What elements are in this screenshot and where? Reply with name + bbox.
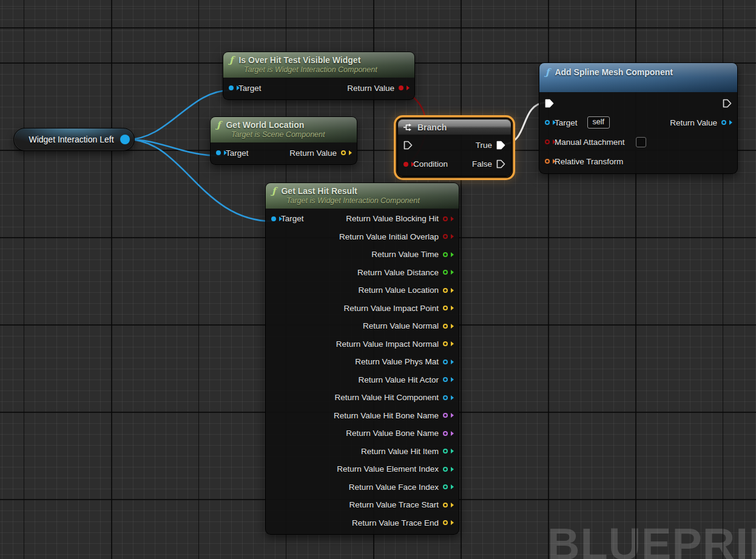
output-pin[interactable] bbox=[443, 341, 448, 346]
pin-row: Manual Attachment bbox=[539, 132, 737, 152]
pin-label: Return Value Trace Start bbox=[349, 500, 439, 509]
manual-attachment-input-pin[interactable] bbox=[545, 139, 550, 144]
pin-label: Return Value bbox=[289, 149, 337, 158]
pin-label: Return Value Distance bbox=[357, 268, 439, 277]
pin-row: Relative Transform bbox=[539, 152, 737, 171]
node-add-spline-mesh-component[interactable]: ƒ Add Spline Mesh Component Target self bbox=[539, 62, 738, 174]
node-subtitle: Target is Widget Interaction Component bbox=[286, 196, 453, 205]
target-input-pin[interactable] bbox=[545, 120, 550, 125]
pin-row: Return Value Bone Name bbox=[266, 424, 459, 443]
function-icon: ƒ bbox=[545, 68, 549, 77]
output-pin[interactable] bbox=[443, 360, 448, 364]
node-header[interactable]: ƒ Add Spline Mesh Component bbox=[539, 63, 737, 92]
pin-label: False bbox=[472, 159, 492, 169]
output-pin[interactable] bbox=[443, 252, 448, 257]
pin-label: Target bbox=[281, 214, 304, 223]
output-pin[interactable] bbox=[443, 503, 448, 507]
condition-input-pin[interactable] bbox=[403, 162, 408, 167]
blueprint-graph-canvas[interactable]: BLUEPRINT Widget Interaction Left ƒ Is O… bbox=[0, 0, 756, 559]
return-value-output-pin[interactable] bbox=[721, 120, 726, 125]
output-pin[interactable] bbox=[443, 288, 448, 293]
pin-label: Return Value Face Index bbox=[349, 483, 439, 492]
node-header[interactable]: ƒ Get Last Hit Result Target is Widget I… bbox=[266, 183, 459, 209]
output-pin[interactable] bbox=[443, 449, 448, 454]
output-pin[interactable] bbox=[443, 270, 448, 275]
output-pin[interactable] bbox=[443, 306, 448, 310]
output-pin[interactable] bbox=[443, 484, 448, 489]
pin-row: Target Return Value bbox=[211, 144, 357, 162]
pin-label: Return Value Trace End bbox=[352, 518, 439, 527]
output-pin[interactable] bbox=[443, 377, 448, 382]
output-pin[interactable] bbox=[443, 216, 448, 221]
pin-label: Return Value Phys Mat bbox=[355, 357, 439, 366]
manual-attachment-checkbox[interactable] bbox=[636, 137, 646, 147]
node-title: Get World Location bbox=[226, 120, 304, 130]
output-pin[interactable] bbox=[443, 520, 448, 525]
pin-row: Return Value Trace End bbox=[266, 514, 459, 532]
pin-row: Return Value Element Index bbox=[266, 460, 459, 478]
node-header[interactable]: Branch bbox=[398, 119, 511, 135]
node-header[interactable]: ƒ Is Over Hit Test Visible Widget Target… bbox=[223, 52, 414, 78]
output-pin[interactable] bbox=[443, 467, 448, 472]
output-pin[interactable] bbox=[443, 234, 448, 239]
exec-input-pin[interactable] bbox=[403, 141, 413, 150]
pin-row: Target Return Value bbox=[223, 79, 414, 97]
node-get-last-hit-result[interactable]: ƒ Get Last Hit Result Target is Widget I… bbox=[265, 182, 459, 535]
node-title: Get Last Hit Result bbox=[281, 186, 357, 196]
node-is-over-hit-test-visible-widget[interactable]: ƒ Is Over Hit Test Visible Widget Target… bbox=[223, 52, 415, 100]
output-pin-widget-interaction[interactable] bbox=[120, 135, 130, 144]
node-get-world-location[interactable]: ƒ Get World Location Target is Scene Com… bbox=[210, 116, 357, 165]
pin-label: Return Value Normal bbox=[363, 321, 439, 330]
pin-label: Return Value Element Index bbox=[337, 464, 439, 474]
pin-label: Return Value Location bbox=[358, 286, 439, 295]
pin-label: Return Value bbox=[670, 118, 717, 127]
node-header[interactable]: ƒ Get World Location Target is Scene Com… bbox=[211, 117, 357, 142]
false-exec-output-pin[interactable] bbox=[496, 159, 505, 169]
pin-row: Return Value Hit Component bbox=[266, 389, 459, 407]
function-icon: ƒ bbox=[272, 187, 275, 196]
pin-label: Return Value Hit Bone Name bbox=[334, 411, 439, 420]
pin-row: Return Value Hit Bone Name bbox=[266, 407, 459, 425]
pin-row: True bbox=[398, 136, 511, 155]
pin-label: Target bbox=[238, 84, 262, 93]
pin-label: Return Value Hit Item bbox=[361, 447, 439, 456]
node-title: Branch bbox=[417, 122, 447, 132]
pin-row: Target self Return Value bbox=[539, 113, 737, 132]
function-icon: ƒ bbox=[217, 121, 220, 130]
return-value-output-pin[interactable] bbox=[399, 85, 403, 90]
pin-row: Return Value Phys Mat bbox=[266, 353, 459, 371]
output-pin[interactable] bbox=[443, 413, 448, 418]
function-icon: ƒ bbox=[229, 56, 233, 65]
pin-label: Relative Transform bbox=[555, 157, 623, 166]
pin-label: Return Value Initial Overlap bbox=[339, 232, 439, 241]
pin-row: Return Value Face Index bbox=[266, 478, 459, 497]
target-default-value[interactable]: self bbox=[587, 116, 610, 129]
pin-label: Manual Attachment bbox=[555, 138, 625, 147]
output-pin[interactable] bbox=[443, 395, 448, 400]
pin-label: Return Value Hit Actor bbox=[358, 375, 439, 384]
exec-output-pin[interactable] bbox=[723, 99, 732, 108]
pin-row: Target Return Value Blocking Hit bbox=[266, 210, 459, 228]
output-pin[interactable] bbox=[443, 431, 448, 436]
pin-label: Return Value Hit Component bbox=[334, 393, 439, 402]
node-title: Add Spline Mesh Component bbox=[555, 67, 672, 77]
target-input-pin[interactable] bbox=[229, 85, 234, 90]
pin-row: Return Value Hit Item bbox=[266, 443, 459, 461]
node-widget-interaction-left[interactable]: Widget Interaction Left bbox=[13, 128, 135, 151]
relative-transform-input-pin[interactable] bbox=[545, 159, 550, 164]
pin-row: Return Value Normal bbox=[266, 317, 459, 335]
pin-row bbox=[539, 93, 737, 113]
target-input-pin[interactable] bbox=[216, 150, 221, 155]
pin-label: Return Value Time bbox=[371, 250, 439, 259]
node-subtitle: Target is Scene Component bbox=[231, 130, 351, 139]
pin-row: Return Value Time bbox=[266, 246, 459, 264]
output-pin[interactable] bbox=[443, 324, 448, 329]
pin-row: Return Value Distance bbox=[266, 264, 459, 282]
return-value-output-pin[interactable] bbox=[341, 150, 346, 155]
pin-label: Return Value Blocking Hit bbox=[346, 214, 439, 223]
pin-row: Return Value Initial Overlap bbox=[266, 228, 459, 246]
target-input-pin[interactable] bbox=[271, 216, 276, 221]
exec-input-pin[interactable] bbox=[545, 99, 554, 108]
true-exec-output-pin[interactable] bbox=[496, 141, 505, 150]
node-branch[interactable]: Branch True Condition False bbox=[397, 119, 511, 176]
